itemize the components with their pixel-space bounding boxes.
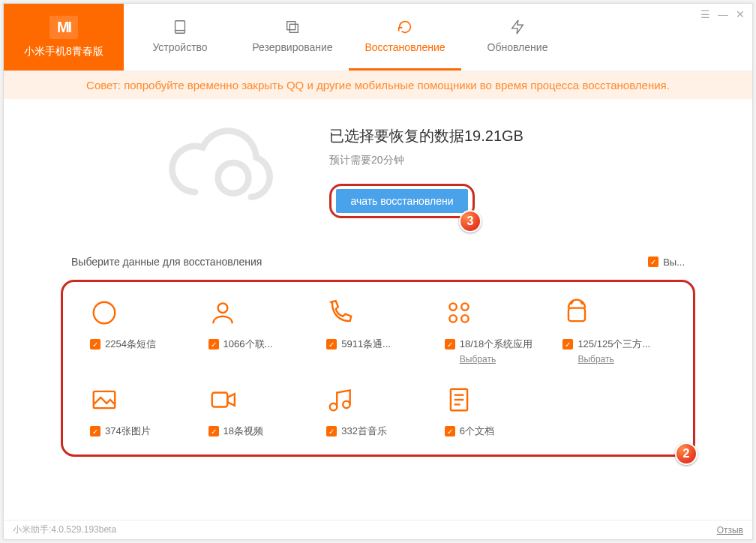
svg-point-9 <box>461 303 469 310</box>
tab-backup[interactable]: Резервирование <box>236 4 349 70</box>
item-label: 1066个联... <box>224 338 273 351</box>
image-icon <box>90 386 118 414</box>
recover-button-highlight: ачать восстановлени 3 <box>329 184 475 218</box>
item-label: 2254条短信 <box>105 338 156 351</box>
svg-rect-16 <box>212 393 227 407</box>
checkbox-icon: ✓ <box>326 339 337 350</box>
summary-area: 已选择要恢复的数据19.21GB 预计需要20分钟 ачать восстано… <box>49 122 707 218</box>
checkbox-icon: ✓ <box>445 426 455 436</box>
select-link[interactable]: Выбрать <box>578 354 614 364</box>
tablet-icon <box>172 19 188 35</box>
footer: 小米助手:4.0.529.193beta Отзыв <box>4 520 752 539</box>
close-icon[interactable]: ✕ <box>736 8 745 20</box>
checkbox-icon: ✓ <box>208 339 219 350</box>
svg-point-18 <box>330 404 338 411</box>
brand-block: MI 小米手机8青春版 <box>4 4 124 70</box>
item-label: 5911条通... <box>341 338 391 351</box>
item-video[interactable]: ✓18条视频 <box>208 386 312 438</box>
svg-rect-12 <box>568 308 585 321</box>
mi-logo: MI <box>50 16 78 39</box>
checkbox-icon: ✓ <box>326 426 337 436</box>
item-label: 18/18个系统应用 <box>460 338 533 351</box>
select-all-toggle[interactable]: ✓ Вы... <box>648 256 685 268</box>
callout-2: 2 <box>675 442 698 465</box>
svg-marker-17 <box>227 394 235 406</box>
content: 已选择要恢复的数据19.21GB 预计需要20分钟 ачать восстано… <box>4 99 752 457</box>
checkbox-icon: ✓ <box>445 339 455 350</box>
tab-update[interactable]: Обновление <box>461 4 574 70</box>
callout-3: 3 <box>459 210 482 232</box>
video-icon <box>208 386 237 414</box>
select-link[interactable]: Выбрать <box>460 354 496 364</box>
tab-label: Обновление <box>488 41 548 53</box>
item-contacts[interactable]: ✓1066个联... <box>208 298 312 364</box>
selector-header: Выберите данные для восстановления ✓ Вы.… <box>49 256 707 268</box>
info-block: 已选择要恢复的数据19.21GB 预计需要20分钟 ачать восстано… <box>329 122 599 218</box>
svg-point-11 <box>461 315 469 322</box>
select-all-label: Вы... <box>663 256 685 268</box>
tab-label: Устройство <box>152 41 207 53</box>
person-icon <box>208 298 237 327</box>
refresh-icon <box>397 19 413 35</box>
item-images[interactable]: ✓374张图片 <box>90 386 194 438</box>
item-calls[interactable]: ✓5911条通... <box>326 298 430 364</box>
feedback-link[interactable]: Отзыв <box>717 525 743 536</box>
menu-icon[interactable]: ☰ <box>700 8 710 20</box>
item-label: 125/125个三方... <box>578 338 650 351</box>
cloud-icon <box>157 122 284 212</box>
select-data-title: Выберите данные для восстановления <box>71 256 262 268</box>
estimated-time: 预计需要20分钟 <box>329 154 599 167</box>
svg-point-10 <box>449 315 457 322</box>
item-label: 332首音乐 <box>341 424 387 438</box>
tabs: Устройство Резервирование Восстановление… <box>124 4 752 70</box>
message-icon <box>90 298 118 327</box>
window-controls: ☰ — ✕ <box>700 8 745 20</box>
item-label: 6个文档 <box>460 424 494 438</box>
svg-rect-2 <box>287 22 296 30</box>
item-label: 374张图片 <box>105 424 151 438</box>
phone-icon <box>326 298 355 327</box>
copy-icon <box>284 19 301 35</box>
item-sms[interactable]: ✓2254条短信 <box>90 298 194 364</box>
tab-device[interactable]: Устройство <box>124 4 236 70</box>
svg-marker-4 <box>512 20 524 34</box>
music-icon <box>326 386 355 414</box>
svg-point-5 <box>218 163 249 194</box>
items-grid: ✓2254条短信 ✓1066个联... ✓5911条通... ✓18/18个系统… <box>90 298 666 438</box>
checkbox-icon: ✓ <box>648 256 658 267</box>
item-documents[interactable]: ✓6个文档 <box>445 386 548 438</box>
checkbox-icon: ✓ <box>90 339 100 350</box>
checkbox-icon: ✓ <box>208 426 219 436</box>
tip-banner: Совет: попробуйте временно закрыть QQ и … <box>4 71 752 99</box>
tab-label: Восстановление <box>364 41 445 53</box>
tab-label: Резервирование <box>252 41 332 53</box>
item-system-apps[interactable]: ✓18/18个系统应用 Выбрать <box>445 298 548 364</box>
selected-size-title: 已选择要恢复的数据19.21GB <box>329 126 599 146</box>
svg-rect-0 <box>176 21 185 34</box>
checkbox-icon: ✓ <box>90 426 100 436</box>
app-window: MI 小米手机8青春版 Устройство Резервирование Во… <box>3 3 753 540</box>
start-recover-button[interactable]: ачать восстановлени <box>336 189 468 213</box>
document-icon <box>445 386 473 414</box>
minimize-icon[interactable]: — <box>718 8 728 20</box>
svg-point-6 <box>94 302 116 324</box>
android-icon <box>562 298 591 327</box>
device-model: 小米手机8青春版 <box>24 45 104 58</box>
svg-point-19 <box>343 401 350 409</box>
header: MI 小米手机8青春版 Устройство Резервирование Во… <box>4 4 752 71</box>
svg-point-8 <box>449 303 457 310</box>
items-highlight-box: ✓2254条短信 ✓1066个联... ✓5911条通... ✓18/18个系统… <box>61 280 695 457</box>
checkbox-icon: ✓ <box>562 339 573 350</box>
apps-icon <box>445 298 473 327</box>
flash-icon <box>509 19 526 35</box>
item-label: 18条视频 <box>224 424 263 438</box>
item-third-party-apps[interactable]: ✓125/125个三方... Выбрать <box>562 298 666 364</box>
item-music[interactable]: ✓332首音乐 <box>326 386 430 438</box>
svg-point-7 <box>218 303 227 313</box>
version-text: 小米助手:4.0.529.193beta <box>13 524 116 536</box>
svg-rect-3 <box>290 24 298 32</box>
tab-recover[interactable]: Восстановление <box>349 4 461 70</box>
